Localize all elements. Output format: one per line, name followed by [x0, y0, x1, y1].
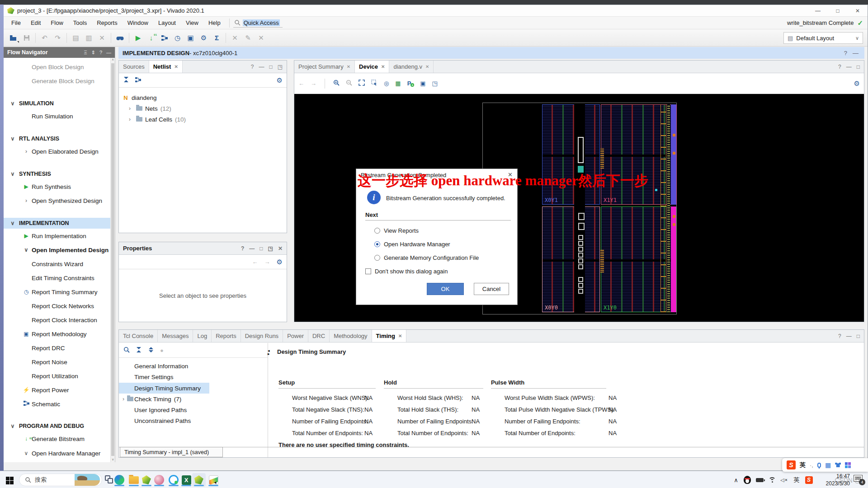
generate-bitstream-button[interactable]: ↓01 — [145, 32, 157, 44]
edit-tool-button[interactable]: ✎ — [242, 32, 254, 44]
menu-tools[interactable]: Tools — [68, 17, 92, 29]
radio-view-reports[interactable]: View Reports — [374, 226, 419, 235]
expand-all-icon[interactable] — [148, 347, 154, 354]
start-button[interactable] — [4, 474, 15, 486]
delete-button[interactable]: ✕ — [96, 32, 108, 44]
flow-item-report-utilization[interactable]: Report Utilization — [4, 371, 110, 381]
wifi-tray-icon[interactable] — [768, 471, 777, 488]
flow-item-run-simulation[interactable]: Run Simulation — [4, 111, 110, 122]
sogou-icon[interactable]: S — [787, 460, 796, 469]
cut-tool-button[interactable]: ✕ — [229, 32, 241, 44]
tab-log[interactable]: Log — [193, 330, 212, 342]
gear-icon[interactable]: ⚙ — [277, 258, 283, 266]
timing-tree-check-timing[interactable]: ›Check Timing(7) — [119, 394, 267, 404]
flow-item-generate-bitstream[interactable]: ↓01Generate Bitstream — [4, 433, 110, 444]
flow-status[interactable]: write_bitstream Complete ✓ — [787, 19, 868, 27]
report-methodology-button[interactable]: ▣ — [184, 32, 197, 44]
flow-item-report-clock-interaction[interactable]: Report Clock Interaction — [4, 314, 110, 325]
taskbar-app-vivado-active[interactable] — [192, 473, 206, 487]
draw-pblock-icon[interactable]: P+ — [407, 80, 411, 87]
tab-messages[interactable]: Messages — [158, 330, 193, 342]
menu-view[interactable]: View — [181, 17, 203, 29]
flow-navigator-scrollbar[interactable]: ∧∧ — [110, 58, 115, 462]
flow-section-rtl-analysis[interactable]: ∨RTL ANALYSIS — [4, 133, 110, 144]
paste-button[interactable]: ▥ — [83, 32, 95, 44]
taskbar-app-image-viewer[interactable] — [207, 473, 220, 487]
minimize-icon[interactable]: — — [846, 333, 852, 339]
flow-item-open-elaborated-design[interactable]: ›Open Elaborated Design — [4, 146, 110, 157]
close-icon[interactable]: ✕ — [398, 333, 402, 338]
close-icon[interactable]: ✕ — [174, 64, 178, 69]
tab-project-summary[interactable]: Project Summary✕ — [294, 61, 355, 73]
volume-tray-icon[interactable]: ◁✕ — [778, 471, 789, 488]
tab-design-runs[interactable]: Design Runs — [241, 330, 283, 342]
schematic-button[interactable] — [158, 32, 170, 44]
tab-power[interactable]: Power — [283, 330, 308, 342]
collapse-all-icon[interactable] — [123, 76, 129, 84]
netlist-leaf-cells[interactable]: ›Leaf Cells(10) — [119, 114, 287, 125]
ime-punctuation-mode[interactable]: ·, — [810, 462, 813, 469]
taskbar-app-file-explorer[interactable] — [127, 473, 141, 487]
close-icon[interactable]: ✕ — [347, 64, 350, 69]
help-icon[interactable]: ? — [838, 64, 841, 70]
minimize-button[interactable]: — — [808, 5, 828, 16]
flow-item-report-clock-networks[interactable]: Report Clock Networks — [4, 300, 110, 311]
resize-view-icon[interactable]: ◳ — [432, 80, 438, 87]
flow-item-open-synthesized-design[interactable]: ›Open Synthesized Design — [4, 195, 110, 206]
flow-item-report-drc[interactable]: Report DRC — [4, 343, 110, 353]
taskbar-app-excel[interactable]: X — [179, 473, 193, 487]
open-project-button[interactable] — [7, 32, 19, 44]
flow-item-constraints-wizard[interactable]: Constraints Wizard — [4, 258, 110, 269]
select-area-icon[interactable] — [371, 80, 377, 87]
tab-sources[interactable]: Sources — [119, 61, 149, 73]
flow-item-generate-block-design[interactable]: Generate Block Design — [4, 75, 110, 86]
report-timing-button[interactable]: ◷ — [171, 32, 184, 44]
tab-tcl-console[interactable]: Tcl Console — [119, 330, 158, 342]
collapse-all-icon[interactable] — [136, 347, 142, 354]
timing-tree-timer-settings[interactable]: Timer Settings — [119, 371, 267, 382]
back-arrow-icon[interactable]: ← — [252, 258, 258, 265]
flow-item-open-block-design[interactable]: Open Block Design — [4, 61, 110, 72]
flow-item-open-hardware-manager[interactable]: ∨Open Hardware Manager — [4, 448, 110, 459]
taskbar-app-browser[interactable] — [167, 473, 180, 487]
minimize-icon[interactable]: — — [853, 50, 859, 56]
taskbar-app-avatar[interactable] — [152, 473, 166, 487]
ime-toolbar[interactable]: S 英 ·, ▦ — [782, 458, 868, 472]
clock-region-x0y0[interactable]: X0Y0 — [542, 206, 600, 312]
gear-icon[interactable]: ⚙ — [277, 76, 283, 84]
taskbar-app-edge[interactable] — [113, 473, 126, 487]
find-button[interactable] — [114, 32, 126, 44]
close-button[interactable]: ✕ — [848, 5, 868, 16]
layout-selector[interactable]: ▤ Default Layout ∨ — [783, 32, 863, 44]
close-icon[interactable]: ✕ — [381, 64, 385, 69]
forward-arrow-icon[interactable]: → — [311, 80, 316, 87]
help-icon[interactable]: ? — [241, 245, 244, 252]
ok-button[interactable]: OK — [427, 283, 464, 295]
skin-icon[interactable] — [835, 463, 841, 467]
keyboard-icon[interactable]: ▦ — [825, 461, 831, 469]
timing-tree-design-timing-summary[interactable]: Design Timing Summary — [119, 383, 209, 394]
run-button[interactable]: ▶ — [132, 32, 144, 44]
tab-methodology[interactable]: Methodology — [330, 330, 372, 342]
menu-file[interactable]: File — [6, 17, 26, 29]
undo-button[interactable]: ↶ — [38, 32, 51, 44]
checkbox-icon[interactable] — [365, 268, 371, 274]
schematic-icon[interactable] — [135, 77, 142, 84]
timing-tree-user-ignored-paths[interactable]: User Ignored Paths — [119, 404, 267, 415]
radio-icon[interactable] — [374, 228, 380, 234]
timing-tree-unconstrained-paths[interactable]: Unconstrained Paths — [119, 415, 267, 426]
microphone-icon[interactable] — [817, 463, 821, 468]
minimize-icon[interactable]: — — [846, 64, 852, 70]
fn-sort-icon[interactable]: ⇕ — [91, 50, 95, 56]
ime-language-mode[interactable]: 英 — [800, 461, 806, 469]
netlist-root[interactable]: Ndiandeng — [119, 92, 287, 103]
scrollbar-thumb[interactable] — [111, 63, 114, 456]
tab-device[interactable]: Device✕ — [355, 61, 389, 73]
fn-help-icon[interactable]: ? — [99, 50, 102, 56]
flow-item-report-power[interactable]: ⚡Report Power — [4, 385, 110, 395]
hidden-icons-button[interactable]: ∧ — [731, 471, 741, 488]
settings-button[interactable]: ⚙ — [198, 32, 210, 44]
menu-layout[interactable]: Layout — [153, 17, 181, 29]
minimize-icon[interactable]: — — [249, 245, 255, 252]
radio-icon[interactable] — [374, 255, 380, 261]
